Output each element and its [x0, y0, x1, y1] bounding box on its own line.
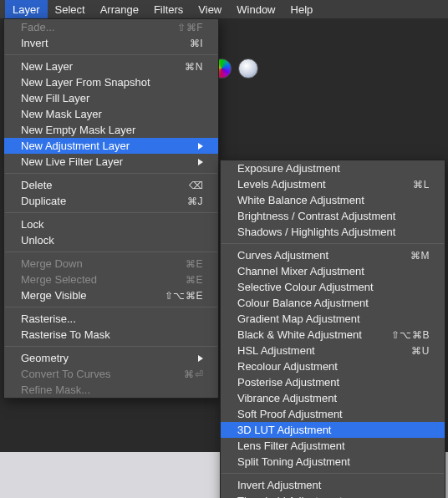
menu-item-shortcut: ⌘J: [187, 196, 203, 207]
menu-item-label: Brightness / Contrast Adjustment: [237, 210, 430, 222]
layer-menu-item-new-mask-layer[interactable]: New Mask Layer: [4, 106, 218, 122]
menu-item-label: Delete: [21, 179, 181, 191]
menu-item-label: New Layer From Snapshot: [21, 76, 203, 89]
menu-item-label: Recolour Adjustment: [237, 360, 430, 373]
menu-item-label: Exposure Adjustment: [237, 162, 430, 175]
layer-menu-separator: [5, 54, 217, 55]
layer-menu-item-convert-to-curves: Convert To Curves⌘⏎: [4, 366, 218, 382]
menu-item-shortcut: ⇧⌘F: [177, 22, 203, 33]
layer-menu-item-delete[interactable]: Delete⌫: [4, 177, 218, 193]
menu-item-shortcut: ⇧⌥⌘B: [391, 329, 430, 341]
layer-menu-item-unlock[interactable]: Unlock: [4, 232, 218, 248]
adjustment-item-hsl-adjustment[interactable]: HSL Adjustment⌘U: [221, 343, 445, 358]
submenu-arrow-icon: [198, 159, 203, 165]
menu-item-label: Split Toning Adjustment: [237, 455, 430, 468]
adjustment-item-brightness-contrast-adjustment[interactable]: Brightness / Contrast Adjustment: [221, 208, 445, 224]
menu-item-label: Gradient Map Adjustment: [237, 313, 430, 325]
menu-item-label: Rasterise To Mask: [21, 328, 203, 341]
menubar: LayerSelectArrangeFiltersViewWindowHelp: [0, 0, 448, 18]
menu-item-shortcut: ⌘L: [413, 179, 430, 191]
menu-item-shortcut: ⌘⏎: [184, 368, 203, 380]
layer-menu-separator: [5, 212, 217, 213]
menu-item-label: Geometry: [21, 352, 191, 364]
menu-item-label: 3D LUT Adjustment: [237, 424, 430, 436]
menu-item-label: Shadows / Highlights Adjustment: [237, 226, 430, 238]
adjustment-item-gradient-map-adjustment[interactable]: Gradient Map Adjustment: [221, 311, 445, 327]
menu-item-label: Rasterise...: [21, 313, 203, 325]
menu-item-label: Soft Proof Adjustment: [237, 408, 430, 420]
menu-item-label: Merge Visible: [21, 289, 156, 302]
adjustment-separator: [221, 473, 444, 474]
menu-item-label: Curves Adjustment: [237, 249, 402, 262]
layer-menu-item-new-layer[interactable]: New Layer⌘N: [4, 58, 218, 74]
menu-item-label: Refine Mask...: [21, 384, 203, 396]
adjustment-item-curves-adjustment[interactable]: Curves Adjustment⌘M: [221, 247, 445, 263]
adjustment-item-white-balance-adjustment[interactable]: White Balance Adjustment: [221, 192, 445, 208]
adjustment-item-threshold-adjustment[interactable]: Threshold Adjustment: [221, 493, 445, 498]
menubar-item-help[interactable]: Help: [283, 0, 321, 18]
adjustment-item-split-toning-adjustment[interactable]: Split Toning Adjustment: [221, 454, 445, 470]
menu-item-label: Invert: [21, 37, 181, 49]
menu-item-label: HSL Adjustment: [237, 344, 403, 357]
menubar-item-layer[interactable]: Layer: [5, 0, 48, 18]
layer-menu-item-invert[interactable]: Invert⌘I: [4, 35, 218, 51]
layer-menu: Fade...⇧⌘FInvert⌘INew Layer⌘NNew Layer F…: [3, 18, 219, 399]
adjustment-item-3d-lut-adjustment[interactable]: 3D LUT Adjustment: [221, 422, 445, 438]
menubar-item-select[interactable]: Select: [48, 0, 93, 18]
layer-menu-separator: [5, 173, 217, 174]
layer-menu-item-new-layer-from-snapshot[interactable]: New Layer From Snapshot: [4, 74, 218, 90]
layer-menu-item-fade: Fade...⇧⌘F: [4, 19, 218, 35]
menubar-item-filters[interactable]: Filters: [146, 0, 191, 18]
adjustment-item-channel-mixer-adjustment[interactable]: Channel Mixer Adjustment: [221, 263, 445, 279]
adjustment-item-posterise-adjustment[interactable]: Posterise Adjustment: [221, 374, 445, 390]
layer-menu-separator: [5, 346, 217, 347]
layer-menu-item-rasterise-to-mask[interactable]: Rasterise To Mask: [4, 327, 218, 343]
menu-item-shortcut: ⌘E: [186, 258, 203, 270]
menu-item-label: New Empty Mask Layer: [21, 124, 203, 136]
layer-menu-item-new-empty-mask-layer[interactable]: New Empty Mask Layer: [4, 122, 218, 138]
menubar-item-view[interactable]: View: [191, 0, 229, 18]
layer-menu-item-rasterise[interactable]: Rasterise...: [4, 311, 218, 327]
layer-menu-item-new-live-filter-layer[interactable]: New Live Filter Layer: [4, 154, 218, 170]
adjustment-item-soft-proof-adjustment[interactable]: Soft Proof Adjustment: [221, 406, 445, 422]
menu-item-label: Duplicate: [21, 195, 179, 207]
adjustment-item-selective-colour-adjustment[interactable]: Selective Colour Adjustment: [221, 279, 445, 295]
adjustment-item-lens-filter-adjustment[interactable]: Lens Filter Adjustment: [221, 438, 445, 454]
adjustment-item-shadows-highlights-adjustment[interactable]: Shadows / Highlights Adjustment: [221, 224, 445, 240]
adjustment-item-exposure-adjustment[interactable]: Exposure Adjustment: [221, 160, 445, 176]
menu-item-label: Vibrance Adjustment: [237, 392, 430, 404]
menu-item-label: Lock: [21, 218, 203, 231]
layer-menu-item-merge-selected: Merge Selected⌘E: [4, 272, 218, 287]
menu-item-label: Merge Down: [21, 257, 177, 270]
layer-menu-item-merge-down: Merge Down⌘E: [4, 256, 218, 272]
adjustment-item-levels-adjustment[interactable]: Levels Adjustment⌘L: [221, 176, 445, 192]
menu-item-label: Unlock: [21, 234, 203, 246]
layer-menu-item-refine-mask: Refine Mask...: [4, 382, 218, 398]
layer-menu-item-geometry[interactable]: Geometry: [4, 350, 218, 366]
layer-menu-item-new-fill-layer[interactable]: New Fill Layer: [4, 90, 218, 106]
menu-item-label: Lens Filter Adjustment: [237, 440, 430, 452]
layer-menu-separator: [5, 307, 217, 307]
menu-item-label: Levels Adjustment: [237, 178, 405, 191]
adjustment-item-vibrance-adjustment[interactable]: Vibrance Adjustment: [221, 390, 445, 406]
menu-item-label: New Fill Layer: [21, 92, 203, 104]
sphere-shade-icon[interactable]: [238, 58, 258, 79]
menu-item-shortcut: ⌘I: [190, 38, 203, 49]
menubar-item-arrange[interactable]: Arrange: [93, 0, 146, 18]
adjustment-item-colour-balance-adjustment[interactable]: Colour Balance Adjustment: [221, 295, 445, 311]
layer-menu-item-duplicate[interactable]: Duplicate⌘J: [4, 193, 218, 209]
adjustment-item-black-white-adjustment[interactable]: Black & White Adjustment⇧⌥⌘B: [221, 327, 445, 343]
layer-menu-item-new-adjustment-layer[interactable]: New Adjustment Layer: [4, 138, 218, 154]
menu-item-shortcut: ⌘U: [411, 345, 430, 357]
menu-item-shortcut: ⌫: [189, 180, 204, 191]
adjustment-item-recolour-adjustment[interactable]: Recolour Adjustment: [221, 358, 445, 374]
layer-menu-item-merge-visible[interactable]: Merge Visible⇧⌥⌘E: [4, 287, 218, 303]
layer-menu-item-lock[interactable]: Lock: [4, 216, 218, 232]
menu-item-shortcut: ⌘E: [186, 274, 203, 286]
menu-item-label: Selective Colour Adjustment: [237, 281, 430, 293]
adjustment-submenu: Exposure AdjustmentLevels Adjustment⌘LWh…: [220, 160, 445, 498]
menu-item-shortcut: ⌘N: [185, 61, 203, 73]
menubar-item-window[interactable]: Window: [229, 0, 283, 18]
adjustment-item-invert-adjustment[interactable]: Invert Adjustment: [221, 477, 445, 493]
menu-item-label: New Layer: [21, 60, 176, 73]
